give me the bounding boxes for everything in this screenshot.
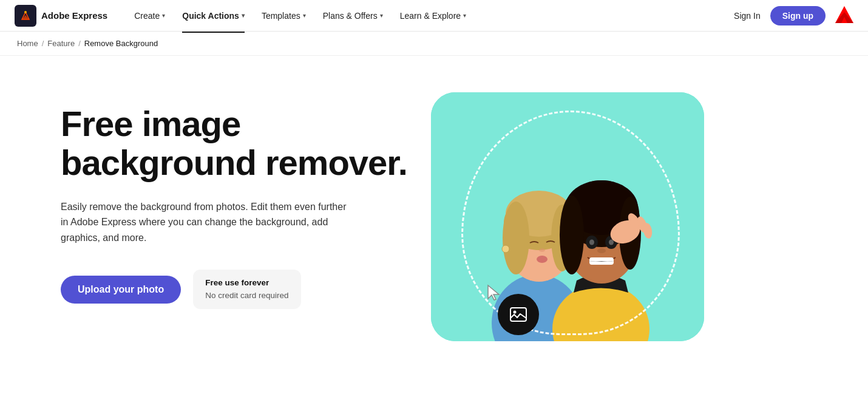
svg-point-35 [514,311,517,314]
hero-photo [431,92,704,341]
nav-quick-actions[interactable]: Quick Actions ▾ [175,7,252,24]
adobe-logo-icon [15,5,36,27]
hero-title: Free image background remover. [61,104,413,182]
nav-create[interactable]: Create ▾ [127,7,172,24]
breadcrumb-home[interactable]: Home [17,39,38,48]
breadcrumb-feature[interactable]: Feature [47,39,75,48]
hero-description: Easily remove the background from photos… [61,199,352,246]
upload-photo-button[interactable]: Upload your photo [61,276,181,304]
free-line1: Free use forever [205,277,288,289]
hero-image-area [413,80,728,347]
free-badge: Free use forever No credit card required [193,270,300,309]
breadcrumb: Home / Feature / Remove Background [0,32,868,56]
logo-text: Adobe Express [41,10,107,21]
hero-actions: Upload your photo Free use forever No cr… [61,270,413,309]
signup-button[interactable]: Sign up [770,6,826,25]
chevron-down-icon: ▾ [380,12,383,19]
hero-content: Free image background remover. Easily re… [61,92,413,309]
adobe-icon [835,6,853,25]
svg-point-3 [24,11,27,13]
nav-right: Sign In Sign up [734,6,853,25]
main-nav: Adobe Express Create ▾ Quick Actions ▾ T… [0,0,868,32]
signin-button[interactable]: Sign In [734,11,761,21]
cursor-icon [486,284,503,306]
breadcrumb-sep-2: / [78,39,81,48]
svg-rect-34 [510,308,526,321]
free-line2: No credit card required [205,290,288,302]
nav-templates[interactable]: Templates ▾ [254,7,313,24]
adobe-express-logo[interactable]: Adobe Express [15,5,107,27]
hero-background-card [431,92,704,341]
chevron-down-icon: ▾ [242,12,245,19]
breadcrumb-sep-1: / [42,39,44,48]
chevron-down-icon: ▾ [162,12,165,19]
hero-section: Free image background remover. Easily re… [0,56,868,408]
nav-plans-offers[interactable]: Plans & Offers ▾ [316,7,390,24]
chevron-down-icon: ▾ [463,12,466,19]
nav-links: Create ▾ Quick Actions ▾ Templates ▾ Pla… [127,7,734,24]
breadcrumb-current: Remove Background [84,39,158,48]
chevron-down-icon: ▾ [303,12,306,19]
nav-learn-explore[interactable]: Learn & Explore ▾ [393,7,473,24]
image-tool-button[interactable] [498,294,539,335]
